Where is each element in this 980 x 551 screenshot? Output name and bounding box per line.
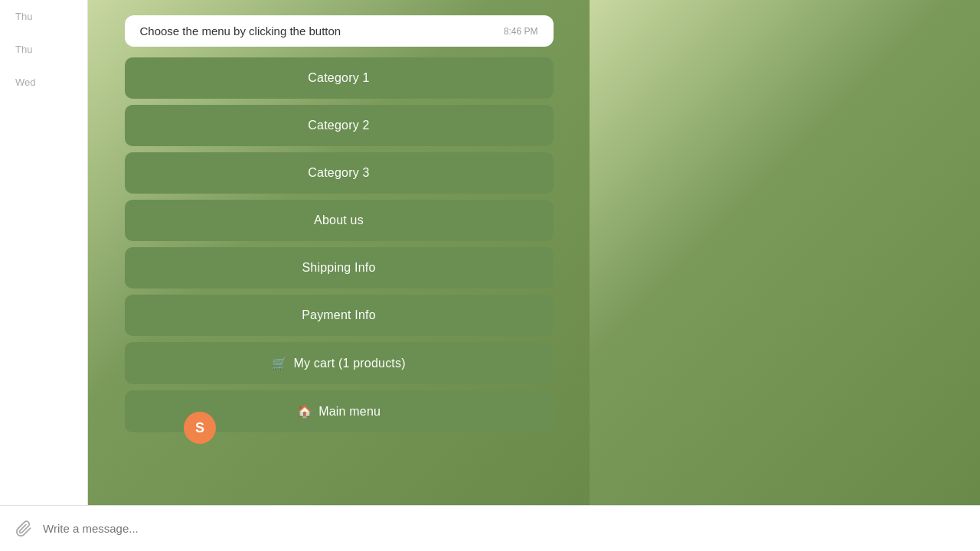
- my-cart-label: My cart (1 products): [293, 357, 405, 370]
- chat-message-time: 8:46 PM: [504, 26, 538, 37]
- about-us-button[interactable]: About us: [125, 200, 554, 241]
- right-decoration-area: [590, 0, 980, 505]
- chat-message-bubble: Choose the menu by clicking the button 8…: [125, 15, 554, 47]
- main-menu-label: Main menu: [318, 405, 381, 419]
- payment-info-button[interactable]: Payment Info: [125, 295, 554, 336]
- category3-label: Category 3: [308, 166, 369, 180]
- attachment-icon[interactable]: [15, 520, 32, 537]
- day-label-3: Wed: [0, 66, 87, 99]
- category1-button[interactable]: Category 1: [125, 57, 554, 99]
- main-chat-area: Choose the menu by clicking the button 8…: [88, 0, 590, 505]
- input-bar: [0, 505, 980, 551]
- category3-button[interactable]: Category 3: [125, 152, 554, 194]
- my-cart-button[interactable]: 🛒 My cart (1 products): [125, 342, 554, 384]
- category1-label: Category 1: [308, 71, 369, 85]
- day-label-2: Thu: [0, 33, 87, 66]
- day-label-1: Thu: [0, 0, 87, 33]
- main-menu-icon: 🏠: [297, 404, 312, 419]
- avatar: S: [184, 412, 216, 444]
- my-cart-icon: 🛒: [272, 356, 287, 370]
- menu-buttons-container: Category 1 Category 2 Category 3 About u…: [125, 57, 554, 432]
- chat-message-text: Choose the menu by clicking the button: [140, 24, 341, 37]
- message-input[interactable]: [43, 522, 965, 535]
- chat-container: Thu Thu Wed Choose the menu by clicking …: [0, 0, 980, 505]
- sidebar: Thu Thu Wed: [0, 0, 88, 505]
- avatar-area: S: [184, 412, 216, 444]
- payment-info-label: Payment Info: [302, 308, 376, 322]
- shipping-info-button[interactable]: Shipping Info: [125, 247, 554, 289]
- about-us-label: About us: [314, 214, 364, 227]
- avatar-letter: S: [195, 420, 204, 436]
- shipping-info-label: Shipping Info: [302, 261, 375, 275]
- category2-label: Category 2: [308, 119, 369, 132]
- category2-button[interactable]: Category 2: [125, 105, 554, 146]
